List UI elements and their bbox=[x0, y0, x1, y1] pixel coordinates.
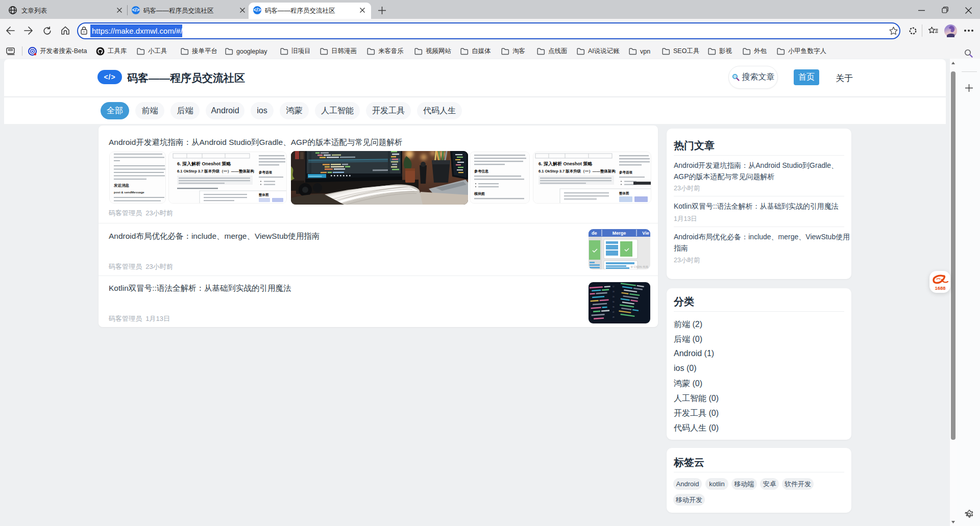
svg-text:6. 深入解析 Oneshot 策略: 6. 深入解析 Oneshot 策略 bbox=[177, 161, 232, 166]
svg-text:6.1 OkStep 3.7 版本升级（一）——整体架构: 6.1 OkStep 3.7 版本升级（一）——整体架构 bbox=[538, 169, 616, 173]
svg-text:6.1 OkStep 3.7 版本升级（一）——整体架构: 6.1 OkStep 3.7 版本升级（一）——整体架构 bbox=[177, 169, 254, 173]
svg-text:post & sendMessage: post & sendMessage bbox=[114, 191, 144, 194]
svg-text:整体图: 整体图 bbox=[258, 193, 269, 197]
svg-text:参考选项: 参考选项 bbox=[258, 170, 273, 174]
svg-text:发送消息: 发送消息 bbox=[113, 183, 130, 188]
svg-text:整体图: 整体图 bbox=[619, 191, 629, 195]
svg-text:1688: 1688 bbox=[935, 285, 945, 291]
svg-text:⚙ CSDN·布局: ⚙ CSDN·布局 bbox=[630, 265, 648, 269]
svg-text:18: 18 bbox=[612, 291, 615, 293]
svg-text:36: 36 bbox=[612, 306, 615, 308]
svg-text:6. 深入解析 Oneshot 策略: 6. 深入解析 Oneshot 策略 bbox=[538, 161, 593, 166]
svg-text:12: 12 bbox=[612, 286, 615, 288]
svg-text:</>: </> bbox=[254, 7, 261, 13]
svg-text:24: 24 bbox=[612, 296, 615, 298]
svg-text:参考选项: 参考选项 bbox=[619, 170, 633, 174]
svg-text:de: de bbox=[592, 231, 597, 236]
svg-text:48: 48 bbox=[612, 316, 615, 318]
svg-text:Vie: Vie bbox=[642, 231, 649, 236]
svg-text:</>: </> bbox=[132, 7, 140, 13]
svg-text:42: 42 bbox=[612, 311, 615, 313]
svg-text:参考信息: 参考信息 bbox=[474, 169, 489, 173]
svg-text:Merge: Merge bbox=[612, 231, 626, 236]
svg-text:30: 30 bbox=[612, 301, 615, 303]
svg-text:模块图: 模块图 bbox=[474, 192, 485, 196]
